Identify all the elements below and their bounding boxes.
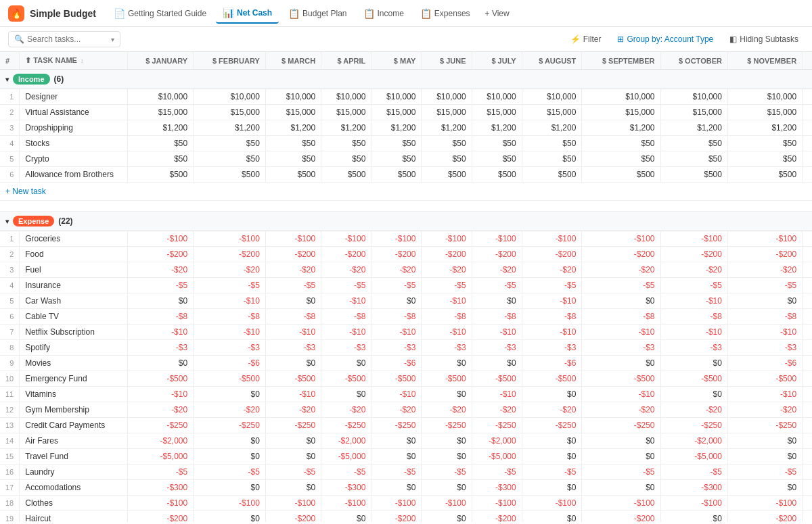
table-cell[interactable]: -$5	[660, 465, 727, 480]
table-cell[interactable]: -$200	[660, 247, 727, 262]
table-cell[interactable]: -$5	[422, 465, 472, 480]
table-cell[interactable]: -$8	[371, 309, 422, 325]
table-cell[interactable]: $0	[371, 480, 422, 496]
table-cell[interactable]: $0	[727, 293, 802, 309]
table-cell[interactable]: -$20	[472, 262, 522, 278]
table-cell[interactable]: $1,200	[194, 120, 266, 136]
task-name[interactable]: Movies	[20, 356, 128, 371]
table-cell[interactable]: $0	[803, 511, 812, 523]
tab-budget-plan[interactable]: 📋 Budget Plan	[281, 4, 353, 23]
table-cell[interactable]: $15,000	[128, 105, 194, 120]
table-cell[interactable]: -$500	[472, 371, 522, 387]
table-cell[interactable]: -$10	[194, 293, 266, 309]
table-cell[interactable]: -$250	[128, 418, 194, 433]
table-cell[interactable]: $10,000	[803, 89, 812, 105]
task-name[interactable]: Credit Card Payments	[20, 418, 128, 433]
table-cell[interactable]: -$20	[727, 262, 802, 278]
table-cell[interactable]: -$8	[582, 309, 660, 325]
table-cell[interactable]: -$5	[522, 465, 582, 480]
table-cell[interactable]: -$200	[128, 247, 194, 262]
table-cell[interactable]: $15,000	[321, 105, 371, 120]
table-cell[interactable]: $500	[522, 167, 582, 183]
table-cell[interactable]: $500	[194, 167, 266, 183]
table-cell[interactable]: $50	[422, 136, 472, 151]
table-cell[interactable]: $0	[321, 387, 371, 402]
table-cell[interactable]: $50	[194, 136, 266, 151]
table-cell[interactable]: $50	[371, 151, 422, 167]
table-cell[interactable]: $10,000	[422, 89, 472, 105]
tab-expenses[interactable]: 📋 Expenses	[413, 4, 477, 23]
table-cell[interactable]: -$3	[422, 340, 472, 356]
table-cell[interactable]: $15,000	[660, 105, 727, 120]
table-cell[interactable]: -$200	[194, 247, 266, 262]
table-cell[interactable]: $10,000	[472, 89, 522, 105]
table-cell[interactable]: -$5	[727, 465, 802, 480]
table-cell[interactable]: $0	[803, 465, 812, 480]
table-cell[interactable]: -$5	[582, 465, 660, 480]
table-cell[interactable]: -$250	[522, 418, 582, 433]
table-cell[interactable]: -$10	[128, 325, 194, 340]
table-cell[interactable]: -$20	[582, 262, 660, 278]
table-cell[interactable]: -$20	[522, 262, 582, 278]
table-cell[interactable]: $0	[660, 511, 727, 523]
table-cell[interactable]: -$10	[371, 325, 422, 340]
task-name[interactable]: Emergency Fund	[20, 371, 128, 387]
task-name[interactable]: Virtual Assistance	[20, 105, 128, 120]
table-cell[interactable]: $1,200	[582, 120, 660, 136]
table-cell[interactable]: $0	[321, 511, 371, 523]
new-task-row-income[interactable]: + New task	[0, 183, 812, 201]
table-cell[interactable]: -$10	[128, 387, 194, 402]
table-cell[interactable]: -$20	[522, 402, 582, 418]
table-cell[interactable]: $10,000	[582, 89, 660, 105]
search-input[interactable]	[27, 34, 108, 44]
table-cell[interactable]: -$20	[660, 402, 727, 418]
table-cell[interactable]: -$200	[582, 511, 660, 523]
table-cell[interactable]: -$10	[660, 293, 727, 309]
table-cell[interactable]: -$5	[128, 465, 194, 480]
table-cell[interactable]: $15,000	[422, 105, 472, 120]
table-cell[interactable]: $50	[472, 151, 522, 167]
table-cell[interactable]: $0	[660, 356, 727, 371]
table-cell[interactable]: $500	[128, 167, 194, 183]
table-cell[interactable]: -$300	[321, 480, 371, 496]
table-cell[interactable]: -$100	[194, 496, 266, 511]
table-cell[interactable]: $500	[371, 167, 422, 183]
table-cell[interactable]: $10,000	[371, 89, 422, 105]
table-cell[interactable]: -$10	[522, 293, 582, 309]
table-cell[interactable]: $0	[422, 387, 472, 402]
table-cell[interactable]: -$500	[522, 371, 582, 387]
table-cell[interactable]: -$250	[803, 418, 812, 433]
table-cell[interactable]: $0	[522, 449, 582, 465]
table-cell[interactable]: -$5	[582, 278, 660, 293]
table-cell[interactable]: -$10	[582, 325, 660, 340]
table-cell[interactable]: $1,200	[128, 120, 194, 136]
table-cell[interactable]: $0	[321, 356, 371, 371]
table-cell[interactable]: $0	[265, 480, 321, 496]
task-name[interactable]: Crypto	[20, 151, 128, 167]
table-cell[interactable]: -$5	[321, 465, 371, 480]
table-cell[interactable]: $500	[803, 167, 812, 183]
table-cell[interactable]: $0	[727, 480, 802, 496]
table-cell[interactable]: $0	[582, 433, 660, 449]
table-cell[interactable]: $50	[522, 136, 582, 151]
table-cell[interactable]: -$8	[128, 309, 194, 325]
table-cell[interactable]: $15,000	[803, 105, 812, 120]
table-cell[interactable]: $0	[522, 433, 582, 449]
table-cell[interactable]: $1,200	[265, 120, 321, 136]
table-cell[interactable]: -$10	[582, 387, 660, 402]
table-cell[interactable]: $0	[582, 356, 660, 371]
table-cell[interactable]: -$6	[522, 356, 582, 371]
table-cell[interactable]: -$20	[422, 262, 472, 278]
table-cell[interactable]: $500	[582, 167, 660, 183]
table-cell[interactable]: $15,000	[727, 105, 802, 120]
task-name[interactable]: Insurance	[20, 278, 128, 293]
table-cell[interactable]: -$8	[321, 309, 371, 325]
table-cell[interactable]: -$200	[472, 511, 522, 523]
task-name[interactable]: Food	[20, 247, 128, 262]
table-cell[interactable]: -$20	[321, 402, 371, 418]
table-cell[interactable]: -$20	[265, 262, 321, 278]
table-cell[interactable]: $50	[422, 151, 472, 167]
table-cell[interactable]: -$5	[660, 278, 727, 293]
task-name[interactable]: Vitamins	[20, 387, 128, 402]
table-cell[interactable]: $50	[472, 136, 522, 151]
